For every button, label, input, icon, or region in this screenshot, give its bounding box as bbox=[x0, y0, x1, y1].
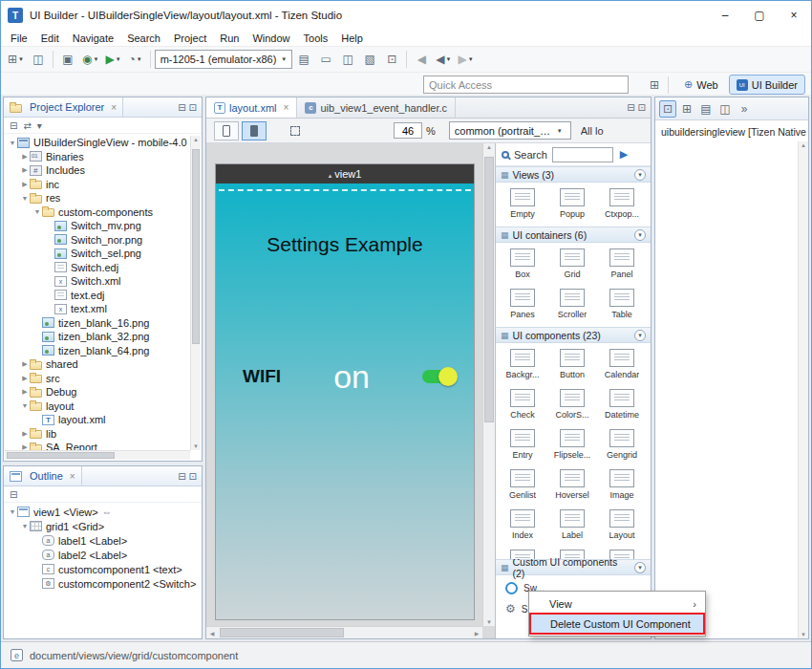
phone-preview[interactable]: view1 Settings Example WIFI on bbox=[216, 164, 474, 619]
log-viewer-button[interactable]: ▤ bbox=[293, 49, 314, 70]
close-tab-icon[interactable]: × bbox=[284, 102, 289, 113]
scrollbar-thumb[interactable] bbox=[220, 628, 344, 637]
certificate-manager-button[interactable]: ▧ bbox=[359, 49, 380, 70]
quick-access-input[interactable] bbox=[423, 76, 629, 94]
palette-item-panes[interactable]: Panes bbox=[498, 285, 547, 325]
menu-item-file[interactable]: File bbox=[4, 32, 34, 44]
menu-item-edit[interactable]: Edit bbox=[34, 32, 66, 44]
tree-item-grid1-grid[interactable]: ▼grid1 <Grid> bbox=[5, 519, 190, 533]
context-menu-item-view[interactable]: View› bbox=[530, 593, 704, 614]
source-view-button[interactable] bbox=[214, 121, 239, 140]
wifi-state-label[interactable]: on bbox=[281, 358, 422, 396]
device-manager-button[interactable]: ⊡ bbox=[381, 49, 402, 70]
minimize-panel-icon[interactable] bbox=[178, 102, 185, 113]
tree-item-text-xml[interactable]: text.xml bbox=[5, 302, 190, 316]
collapse-section-icon[interactable]: ▾ bbox=[634, 562, 646, 573]
expand-arrow-icon[interactable]: ▶ bbox=[20, 375, 30, 382]
menu-item-project[interactable]: Project bbox=[167, 32, 213, 44]
palette-item-check[interactable]: Check bbox=[498, 385, 547, 425]
collapse-arrow-icon[interactable]: ▼ bbox=[8, 140, 17, 146]
filter-outline-icon[interactable] bbox=[10, 489, 17, 500]
scroll-right-icon[interactable]: ▶ bbox=[473, 630, 481, 637]
close-view-icon[interactable]: × bbox=[70, 471, 75, 482]
collapse-arrow-icon[interactable]: ▼ bbox=[32, 208, 42, 215]
palette-item-calendar[interactable]: Calendar bbox=[597, 345, 647, 385]
palette-item-empty[interactable]: Empty bbox=[498, 184, 547, 225]
collapse-arrow-icon[interactable]: ▼ bbox=[20, 523, 30, 529]
canvas-hscrollbar[interactable]: ◀ ▶ bbox=[206, 626, 482, 638]
forward-button[interactable]: ▶▼ bbox=[455, 49, 476, 70]
collapse-section-icon[interactable]: ▾ bbox=[634, 169, 646, 181]
expand-arrow-icon[interactable]: ▶ bbox=[20, 166, 30, 174]
scrollbar-thumb[interactable] bbox=[484, 157, 494, 422]
canvas-vscrollbar[interactable]: ▲ ▼ bbox=[482, 143, 495, 626]
palette-item-popup[interactable]: Popup bbox=[547, 184, 597, 225]
scroll-down-icon[interactable]: ▼ bbox=[191, 443, 201, 449]
scroll-up-icon[interactable]: ▲ bbox=[483, 144, 495, 150]
tree-item-uibuildersingleview-mobile-4-0[interactable]: ▼UIBuilderSingleView - mobile-4.0 bbox=[5, 136, 190, 150]
maximize-panel-icon[interactable] bbox=[189, 471, 197, 482]
wifi-toggle-switch[interactable] bbox=[422, 370, 455, 383]
tree-item-text-edj[interactable]: text.edj bbox=[5, 289, 190, 303]
view-menu-icon[interactable] bbox=[37, 120, 42, 131]
close-button[interactable]: × bbox=[777, 1, 811, 30]
design-canvas[interactable]: view1 Settings Example WIFI on bbox=[206, 143, 495, 638]
expand-arrow-icon[interactable]: ▶ bbox=[20, 153, 30, 161]
scrollbar-thumb[interactable] bbox=[7, 452, 115, 459]
menu-item-search[interactable]: Search bbox=[120, 32, 167, 44]
run-button[interactable]: ▶▼ bbox=[102, 49, 123, 70]
outline-tab[interactable]: Outline × bbox=[4, 466, 82, 486]
debug-button[interactable]: ◉▼ bbox=[79, 49, 101, 70]
editor-tab-layout-xml[interactable]: Tlayout.xml× bbox=[206, 97, 297, 118]
right-panel-scrollbar[interactable]: ▲ ▼ bbox=[798, 141, 808, 638]
palette-item-image[interactable]: Image bbox=[597, 465, 647, 506]
minimize-button[interactable]: – bbox=[708, 1, 742, 30]
tree-item-label1-label[interactable]: label1 <Label> bbox=[5, 533, 190, 548]
menu-item-window[interactable]: Window bbox=[246, 32, 296, 44]
palette-item-label[interactable]: Label bbox=[547, 506, 597, 546]
menu-item-tools[interactable]: Tools bbox=[297, 32, 335, 44]
zoom-input[interactable] bbox=[394, 122, 422, 139]
collapse-arrow-icon[interactable]: ▼ bbox=[20, 402, 30, 409]
locale-combo[interactable]: All lo bbox=[581, 125, 619, 137]
palette-item-box[interactable]: Box bbox=[498, 245, 547, 285]
perspective-ui-builder[interactable]: UIUI Builder bbox=[729, 75, 805, 95]
tree-item-shared[interactable]: ▶shared bbox=[5, 357, 190, 372]
palette-item-hoversel[interactable]: Hoversel bbox=[547, 465, 597, 506]
tree-item-tizen-blank-32-png[interactable]: tizen_blank_32.png bbox=[5, 330, 190, 344]
expand-arrow-icon[interactable]: ▶ bbox=[20, 388, 30, 396]
restore-panel-button[interactable]: ⊡ bbox=[659, 100, 676, 118]
palette-item-genlist[interactable]: Genlist bbox=[498, 465, 547, 506]
palette-item-scroller[interactable]: Scroller bbox=[547, 285, 597, 325]
tree-item-switch-edj[interactable]: Switch.edj bbox=[5, 261, 190, 275]
tree-item-debug[interactable]: ▶Debug bbox=[5, 385, 190, 399]
palette-search-input[interactable] bbox=[552, 147, 613, 162]
scrollbar-thumb[interactable] bbox=[192, 149, 200, 344]
collapse-arrow-icon[interactable]: ▼ bbox=[8, 508, 17, 515]
palette-item-grid[interactable]: Grid bbox=[547, 245, 597, 285]
tree-item-res[interactable]: ▼res bbox=[5, 191, 190, 205]
collapse-arrow-icon[interactable]: ▼ bbox=[20, 195, 30, 202]
last-edit-location-button[interactable]: ◀ bbox=[411, 49, 432, 70]
new-button[interactable]: ⊞▼ bbox=[5, 49, 27, 70]
menu-item-help[interactable]: Help bbox=[334, 32, 370, 44]
expand-arrow-icon[interactable]: ▶ bbox=[20, 360, 30, 368]
tree-item-layout-xml[interactable]: layout.xml bbox=[5, 413, 190, 427]
settings-heading-label[interactable]: Settings Example bbox=[216, 233, 474, 256]
palette-item-layout[interactable]: Layout bbox=[597, 506, 647, 546]
tree-item-lib[interactable]: ▶lib bbox=[5, 427, 190, 442]
tree-item-switch-xml[interactable]: Switch.xml bbox=[5, 274, 190, 289]
palette-item-colors[interactable]: ColorS... bbox=[547, 385, 597, 425]
fit-to-screen-button[interactable] bbox=[285, 120, 306, 141]
palette-item-flipsele[interactable]: Flipsele... bbox=[547, 425, 597, 465]
maximize-editor-icon[interactable] bbox=[638, 102, 646, 113]
expand-arrow-icon[interactable]: ▶ bbox=[20, 181, 30, 188]
wifi-label[interactable]: WIFI bbox=[243, 366, 281, 387]
maximize-panel-icon[interactable] bbox=[189, 102, 197, 113]
palette-item-ctxpop[interactable]: Ctxpop... bbox=[597, 184, 647, 225]
tree-item-binaries[interactable]: ▶Binaries bbox=[5, 150, 190, 164]
profile-combo[interactable]: common (portrait_HD) ▼ bbox=[449, 121, 571, 140]
menu-item-navigate[interactable]: Navigate bbox=[66, 32, 120, 44]
minimize-editor-icon[interactable] bbox=[627, 102, 634, 113]
show-view-c-button[interactable]: ◫ bbox=[716, 100, 734, 118]
